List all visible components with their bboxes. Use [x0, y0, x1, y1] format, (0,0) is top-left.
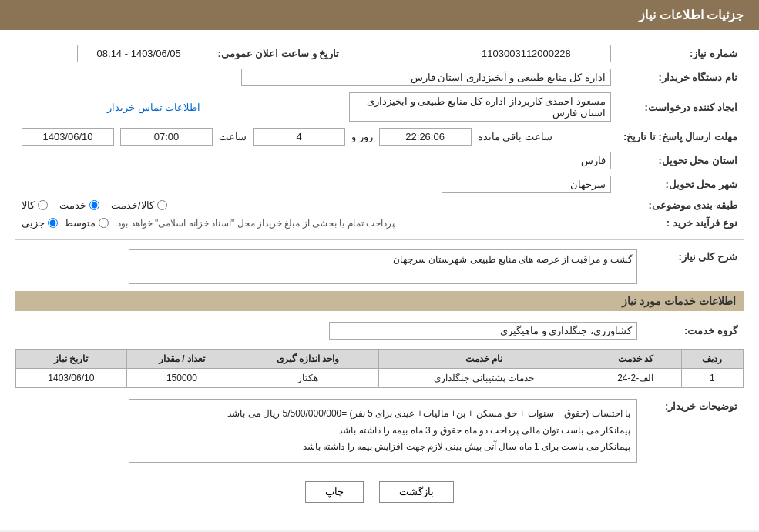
city-value: سرجهان	[442, 176, 611, 193]
category-option-khedmat[interactable]: خدمت	[59, 199, 99, 211]
col-header-unit: واحد اندازه گیری	[237, 350, 379, 369]
category-option-kala-khedmat[interactable]: کالا/خدمت	[111, 199, 167, 211]
col-header-name: نام خدمت	[379, 350, 589, 369]
back-button[interactable]: بازگشت	[379, 481, 454, 503]
col-header-row: ردیف	[681, 350, 743, 369]
service-group-label: گروه خدمت:	[643, 319, 744, 343]
deadline-date: 1403/06/10	[22, 128, 114, 146]
buyer-desc-value: با احتساب (حقوق + سنوات + حق مسکن + بن+ …	[129, 399, 637, 463]
process-label: نوع فرآیند خرید :	[617, 214, 744, 232]
buyer-desc-label: توضیحات خریدار:	[643, 396, 744, 470]
col-header-date: تاریخ نیاز	[16, 350, 127, 369]
print-button[interactable]: چاپ	[305, 481, 364, 503]
deadline-label: مهلت ارسال پاسخ: تا تاریخ:	[617, 125, 744, 149]
process-note: پرداخت تمام یا بخشی از مبلغ خریداز محل "…	[115, 218, 395, 229]
col-header-code: کد خدمت	[589, 350, 681, 369]
creator-value: مسعود احمدی کاربرداز اداره کل منابع طبیع…	[349, 92, 611, 122]
category-label: طبقه بندی موضوعی:	[617, 196, 744, 214]
category-option-kala[interactable]: کالا	[22, 199, 48, 211]
contact-link[interactable]: اطلاعات تماس خریدار	[107, 102, 200, 113]
need-desc-value: گشت و مراقبت از عرصه های منابع طبیعی شهر…	[129, 249, 637, 284]
services-section-title: اطلاعات خدمات مورد نیاز	[15, 291, 744, 311]
deadline-time: 07:00	[120, 128, 213, 146]
service-group-value: کشاورزی، جنگلداری و ماهیگیری	[329, 322, 637, 340]
need-number-label: شماره نیاز:	[617, 42, 744, 65]
deadline-time-label: ساعت	[219, 131, 247, 142]
announce-date-label: تاریخ و ساعت اعلان عمومی:	[207, 42, 345, 65]
need-desc-label: شرح کلی نیاز:	[643, 246, 744, 287]
page-title: جزئیات اطلاعات نیاز	[639, 8, 744, 22]
page-header: جزئیات اطلاعات نیاز	[0, 0, 759, 30]
process-option-motavasset[interactable]: متوسط	[64, 217, 109, 229]
province-label: استان محل تحویل:	[617, 149, 744, 172]
creator-label: ایجاد کننده درخواست:	[617, 89, 744, 125]
col-header-qty: تعداد / مقدار	[126, 350, 237, 369]
city-label: شهر محل تحویل:	[617, 172, 744, 196]
buyer-org-label: نام دستگاه خریدار:	[617, 65, 744, 89]
deadline-days: 4	[253, 128, 345, 146]
process-option-jozii[interactable]: جزیی	[22, 217, 58, 229]
deadline-remaining-label: ساعت باقی مانده	[478, 131, 552, 142]
province-value: فارس	[442, 152, 611, 169]
table-row: 1الف-2-24خدمات پشتیبانی جنگلداریهکتار150…	[16, 369, 744, 388]
need-number-value: 1103003112000228	[442, 45, 611, 62]
announce-date-value: 1403/06/05 - 08:14	[77, 45, 200, 62]
buyer-org-value: اداره کل منابع طبیعی و آبخیزداری استان ف…	[241, 69, 611, 86]
deadline-days-label: روز و	[351, 131, 373, 142]
services-table: ردیف کد خدمت نام خدمت واحد اندازه گیری ت…	[15, 349, 744, 388]
action-buttons: بازگشت چاپ	[15, 481, 744, 518]
deadline-remaining: 22:26:06	[379, 128, 472, 146]
